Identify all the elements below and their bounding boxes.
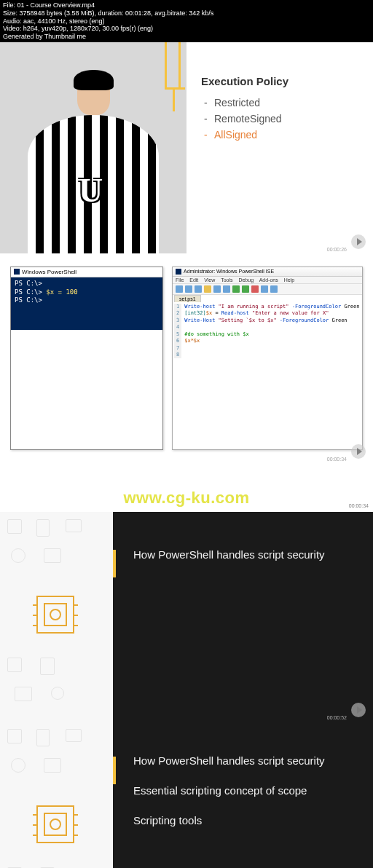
play-icon <box>351 234 366 249</box>
play-icon <box>351 703 366 717</box>
slide-3: 00:00:34 How PowerShell handles script s… <box>0 512 373 722</box>
execution-policy-title: Execution Policy <box>201 75 358 87</box>
ps-line: PS C:\> <box>15 288 46 296</box>
slide-4: How PowerShell handles script security E… <box>0 722 373 868</box>
ps-line: PS C:\> <box>15 280 42 287</box>
powershell-title: Windows PowerShell <box>22 269 76 275</box>
powershell-window: Windows PowerShell PS C:\> PS C:\> $x = … <box>10 267 163 450</box>
toolbar-icon <box>213 285 221 293</box>
toolbar-icon <box>223 285 230 293</box>
menu-item: View <box>204 277 215 283</box>
watermark: www.cg-ku.com <box>0 463 373 512</box>
topic-text: Scripting tools <box>133 814 353 826</box>
ise-titlebar: Administrator: Windows PowerShell ISE <box>173 267 362 277</box>
referee-image: U <box>0 42 186 253</box>
timestamp: 00:00:52 <box>327 715 347 720</box>
ps-var: $x = 100 <box>46 288 77 296</box>
menu-item: Edit <box>189 277 198 283</box>
toolbar-icon <box>176 285 183 293</box>
accent-bar <box>113 757 116 784</box>
chip-icon <box>36 596 74 634</box>
run-icon <box>232 285 240 293</box>
menu-item: File <box>176 277 184 283</box>
slide-1: U Execution Policy Restricted RemoteSign… <box>0 42 373 253</box>
powershell-console: PS C:\> PS C:\> $x = 100 PS C:\> <box>11 277 162 330</box>
ise-title: Administrator: Windows PowerShell ISE <box>184 269 274 274</box>
play-icon <box>351 444 366 459</box>
meta-generated: Generated by Thumbnail me <box>3 33 370 41</box>
line-numbers: 1 2 3 4 5 6 7 8 <box>174 304 181 359</box>
policy-item: Restricted <box>214 95 358 111</box>
code-body: Write-host "I am running a script" -Fore… <box>181 304 359 359</box>
video-metadata: File: 01 - Course Overview.mp4 Size: 375… <box>0 0 373 42</box>
slide-1-content: Execution Policy Restricted RemoteSigned… <box>186 42 373 253</box>
powershell-titlebar: Windows PowerShell <box>11 267 162 277</box>
ise-tab: set.ps1 <box>174 295 201 302</box>
right-panel: How PowerShell handles script security E… <box>113 722 373 868</box>
ise-window: Administrator: Windows PowerShell ISE Fi… <box>172 267 363 450</box>
goalpost-icon <box>165 42 181 90</box>
meta-audio: Audio: aac, 44100 Hz, stereo (eng) <box>3 17 370 25</box>
ise-menubar: File Edit View Tools Debug Add-ons Help <box>173 277 362 284</box>
background-pattern <box>0 722 113 868</box>
ise-toolbar <box>173 284 362 295</box>
menu-item: Debug <box>238 277 254 283</box>
policy-item-highlight: AllSigned <box>214 127 358 143</box>
topic-text: How PowerShell handles script security <box>133 754 353 767</box>
toolbar-icon <box>195 285 202 293</box>
toolbar-icon <box>204 285 211 293</box>
ise-editor: 1 2 3 4 5 6 7 8 Write-host "I am running… <box>173 302 362 360</box>
left-panel <box>0 722 113 868</box>
referee-letter: U <box>79 171 103 210</box>
stop-icon <box>251 285 259 293</box>
chip-icon <box>36 805 74 843</box>
referee-cap <box>74 70 114 90</box>
meta-size: Size: 3758948 bytes (3.58 MiB), duration… <box>3 9 370 17</box>
topic-text: How PowerShell handles script security <box>133 548 353 561</box>
meta-file: File: 01 - Course Overview.mp4 <box>3 1 370 9</box>
execution-policy-list: Restricted RemoteSigned AllSigned <box>201 95 358 143</box>
powershell-icon <box>14 269 20 275</box>
timestamp: 00:00:34 <box>327 457 347 462</box>
ise-icon <box>176 269 181 275</box>
toolbar-icon <box>185 285 192 293</box>
timestamp-top: 00:00:34 <box>349 503 369 508</box>
menu-item: Tools <box>221 277 232 283</box>
accent-bar <box>113 550 116 577</box>
policy-item: RemoteSigned <box>214 111 358 127</box>
right-panel: How PowerShell handles script security <box>113 512 373 722</box>
run-selection-icon <box>242 285 249 293</box>
menu-item: Help <box>284 277 294 283</box>
meta-video: Video: h264, yuv420p, 1280x720, 30.00 fp… <box>3 25 370 33</box>
toolbar-icon <box>270 285 278 293</box>
ps-line: PS C:\> <box>15 296 42 304</box>
toolbar-icon <box>261 285 268 293</box>
timestamp: 00:00:26 <box>327 247 347 252</box>
menu-item: Add-ons <box>259 277 278 283</box>
left-panel <box>0 512 113 722</box>
slide-2: Windows PowerShell PS C:\> PS C:\> $x = … <box>0 253 373 463</box>
topic-text: Essential scripting concept of scope <box>133 784 353 797</box>
